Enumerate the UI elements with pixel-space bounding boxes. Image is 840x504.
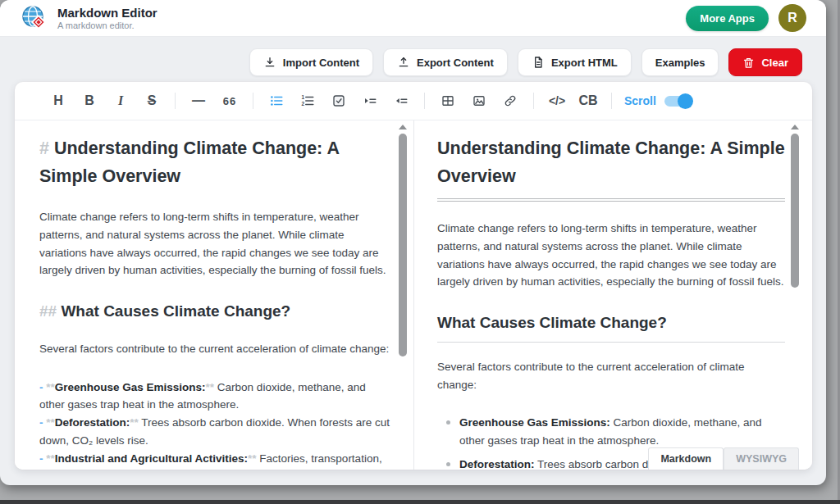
preview-h2: What Causes Climate Change? [437,311,785,343]
checkbox-icon [331,93,346,108]
import-content-button[interactable]: Import Content [249,48,373,76]
upload-icon [397,56,410,69]
inline-code-button[interactable]: </> [541,88,573,114]
bullet-list-button[interactable] [261,88,292,114]
md-paragraph: Several factors contribute to the curren… [39,340,390,358]
tab-wysiwyg[interactable]: WYSIWYG [724,447,799,470]
export-content-button[interactable]: Export Content [383,48,508,76]
bullet-list-icon [269,93,284,108]
table-icon [441,93,455,108]
bold-button[interactable]: B [74,88,105,114]
scroll-sync-group: Scroll [624,94,691,107]
image-button[interactable] [463,88,495,114]
italic-button[interactable]: I [105,88,136,114]
toolbar-divider [533,93,534,109]
mode-tabs: Markdown WYSIWYG [648,447,799,470]
scrollbar-thumb[interactable] [399,134,407,356]
markdown-pane-scrollbar[interactable] [399,125,407,356]
app-title-block: Markdown Editor A markdown editor. [57,6,158,31]
clear-button[interactable]: Clear [728,48,802,76]
outdent-icon [394,93,409,108]
horizontal-rule-button[interactable]: — [183,88,214,114]
image-icon [472,93,486,108]
toolbar-divider [253,93,253,109]
editor-panes: # Understanding Climate Change: A Simple… [15,120,812,470]
toolbar-divider [611,93,612,109]
trash-icon [742,57,755,69]
examples-button[interactable]: Examples [641,48,719,76]
desktop-edge-bottom [0,500,840,504]
code-block-button[interactable]: CB [573,88,604,114]
scroll-sync-label: Scroll [624,94,656,107]
md-list-item: - **Greenhouse Gas Emissions:** Carbon d… [39,379,390,415]
svg-text:2: 2 [302,101,305,107]
app-window: Markdown Editor A markdown editor. More … [0,0,826,485]
md-list-item: - **Deforestation:** Trees absorb carbon… [39,414,390,450]
page-title: Markdown Editor [57,6,158,20]
svg-text:1: 1 [302,94,305,100]
tab-markdown[interactable]: Markdown [648,447,724,470]
heading-button[interactable]: H [43,88,74,114]
download-icon [263,56,276,69]
markdown-source-pane[interactable]: # Understanding Climate Change: A Simple… [15,120,414,470]
preview-h1: Understanding Climate Change: A Simple O… [437,134,785,202]
page-subtitle: A markdown editor. [57,20,158,31]
screenshot-root: Markdown Editor A markdown editor. More … [0,0,840,504]
toolbar-divider [424,93,425,109]
md-list-item: - **Industrial and Agricultural Activiti… [39,450,390,470]
table-button[interactable] [432,88,463,114]
preview-pane: Understanding Climate Change: A Simple O… [414,120,812,470]
strikethrough-button[interactable]: S [136,88,167,114]
scroll-up-arrow-icon[interactable] [791,125,799,129]
scroll-up-arrow-icon[interactable] [399,125,407,129]
preview-pane-scrollbar[interactable] [791,125,799,288]
actions-row: Import Content Export Content Export HTM… [249,48,802,76]
app-header: Markdown Editor A markdown editor. More … [0,0,826,37]
app-logo-globe-icon [21,5,48,31]
link-button[interactable] [495,88,526,114]
export-html-button[interactable]: Export HTML [518,48,632,76]
preview-content: Understanding Climate Change: A Simple O… [437,134,785,470]
numbered-list-button[interactable]: 1 2 [292,88,323,114]
editor-toolbar: H B I S — 66 [15,82,812,120]
link-icon [503,93,518,108]
indent-button[interactable] [354,88,386,114]
task-list-button[interactable] [323,88,354,114]
editor-card: H B I S — 66 [15,82,812,470]
scrollbar-thumb[interactable] [791,134,799,288]
scroll-sync-toggle[interactable] [664,96,691,107]
file-icon [532,56,545,69]
blockquote-button[interactable]: 66 [214,88,245,114]
preview-paragraph: Several factors contribute to the curren… [437,358,785,394]
markdown-source-content[interactable]: # Understanding Climate Change: A Simple… [39,134,390,470]
toolbar-divider [175,93,176,109]
md-paragraph: Climate change refers to long-term shift… [39,208,390,279]
more-apps-button[interactable]: More Apps [686,6,769,31]
numbered-list-icon: 1 2 [300,93,315,108]
preview-paragraph: Climate change refers to long-term shift… [437,220,785,291]
indent-icon [363,93,377,108]
md-h2-line: ## What Causes Climate Change? [39,300,390,323]
md-h1-line: # Understanding Climate Change: A Simple… [39,134,390,191]
list-item: Greenhouse Gas Emissions: Carbon dioxide… [459,414,785,450]
header-right: More Apps R [686,4,806,32]
outdent-button[interactable] [386,88,417,114]
user-avatar[interactable]: R [778,4,806,32]
